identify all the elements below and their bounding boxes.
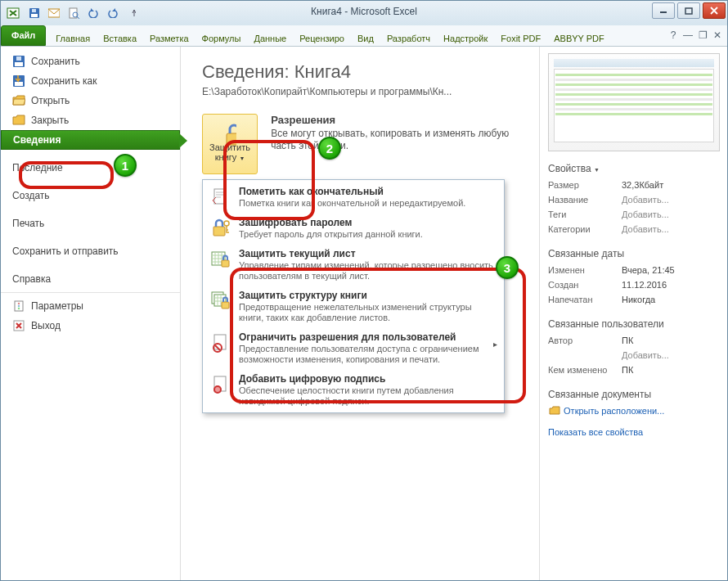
svg-rect-25 (222, 260, 229, 267)
nav-new[interactable]: Создать (1, 186, 180, 205)
lock-key-icon (223, 128, 236, 141)
svg-rect-21 (214, 189, 226, 204)
titlebar: Книга4 - Microsoft Excel (1, 1, 727, 25)
show-all-link[interactable]: Показать все свойства (548, 425, 722, 439)
prop-add-author[interactable]: Добавить... (548, 348, 722, 363)
menu-encrypt[interactable]: Зашифровать паролемТребует пароль для от… (204, 213, 502, 244)
permissions-desc: Все могут открывать, копировать и изменя… (271, 128, 534, 152)
mdi-restore-icon[interactable]: ❐ (696, 29, 709, 42)
nav-print[interactable]: Печать (1, 214, 180, 233)
nav-help[interactable]: Справка (1, 269, 180, 289)
close-button[interactable] (703, 2, 726, 19)
docs-header: Связанные документы (548, 389, 722, 400)
prop-size: Размер32,3Кбайт (548, 178, 722, 192)
nav-exit[interactable]: Выход (1, 316, 180, 336)
mdi-minimize-icon[interactable]: — (681, 29, 694, 42)
ribbon-tabs: Файл Главная Вставка Разметка Формулы Да… (1, 25, 727, 47)
options-icon (12, 300, 25, 313)
menu-restrict[interactable]: Ограничить разрешения для пользователейП… (204, 327, 502, 369)
window-controls (652, 2, 726, 19)
svg-rect-28 (222, 302, 229, 309)
svg-point-23 (224, 221, 229, 226)
svg-point-16 (18, 305, 20, 307)
mi-title: Защитить структуру книги (239, 290, 367, 301)
tab-insert[interactable]: Вставка (97, 29, 143, 46)
nav-recent[interactable]: Последние (1, 158, 180, 178)
svg-rect-8 (685, 8, 692, 14)
nav-close[interactable]: Закрыть (1, 110, 180, 130)
qat-save-button[interactable] (25, 4, 43, 22)
permissions-section: Защитить книгу ▼ Разрешения Все могут от… (202, 114, 534, 174)
nav-info[interactable]: Сведения (1, 130, 180, 150)
svg-rect-11 (16, 56, 21, 61)
folder-icon (548, 404, 561, 417)
help-icon[interactable]: ? (667, 29, 680, 42)
nav-label: Последние (12, 162, 63, 173)
encrypt-icon (209, 217, 232, 240)
menu-mark-final[interactable]: Пометить как окончательныйПометка книги … (204, 182, 502, 213)
info-path: E:\Заработок\Копирайт\Компьютеры и прогр… (202, 86, 534, 97)
protect-menu: Пометить как окончательныйПометка книги … (202, 179, 505, 413)
tab-data[interactable]: Данные (247, 29, 293, 46)
tab-abbyy[interactable]: ABBYY PDF (547, 29, 611, 46)
nav-label: Сведения (13, 134, 61, 146)
tab-addin[interactable]: Надстройк (437, 29, 494, 46)
nav-label: Выход (31, 320, 61, 331)
prop-tags[interactable]: ТегиДобавить... (548, 207, 722, 222)
svg-rect-22 (213, 227, 225, 236)
prop-printed: НапечатанНикогда (548, 292, 722, 307)
prop-name[interactable]: НазваниеДобавить... (548, 192, 722, 207)
tab-layout[interactable]: Разметка (143, 29, 195, 46)
tab-review[interactable]: Рецензиро (293, 29, 351, 46)
mi-title: Зашифровать паролем (239, 217, 352, 228)
tab-home[interactable]: Главная (49, 29, 97, 46)
nav-label: Сохранить (31, 56, 80, 67)
open-location-link[interactable]: Открыть расположени... (548, 403, 722, 418)
tab-file[interactable]: Файл (1, 25, 46, 46)
nav-share[interactable]: Сохранить и отправить (1, 241, 180, 261)
svg-rect-3 (32, 9, 36, 12)
svg-rect-10 (15, 62, 23, 66)
tab-foxit[interactable]: Foxit PDF (494, 29, 547, 46)
nav-label: Сохранить как (31, 75, 97, 87)
menu-signature[interactable]: Добавить цифровую подписьОбеспечение цел… (204, 369, 502, 411)
nav-save[interactable]: Сохранить (1, 52, 180, 71)
close-folder-icon (12, 114, 25, 127)
menu-protect-sheet[interactable]: Защитить текущий листУправление типами и… (204, 244, 502, 286)
svg-rect-2 (31, 14, 38, 17)
qat-customize-button[interactable] (124, 4, 142, 22)
backstage: Сохранить Сохранить как Открыть Закрыть … (1, 47, 727, 580)
nav-label: Открыть (31, 95, 70, 106)
tab-view[interactable]: Вид (351, 29, 380, 46)
tab-developer[interactable]: Разработч (380, 29, 437, 46)
mdi-close-icon[interactable]: ✕ (711, 29, 724, 42)
nav-label: Закрыть (31, 115, 69, 126)
nav-saveas[interactable]: Сохранить как (1, 71, 180, 91)
mi-title: Ограничить разрешения для пользователей (239, 331, 456, 343)
prop-created: Создан11.12.2016 (548, 277, 722, 292)
protect-workbook-button[interactable]: Защитить книгу ▼ (202, 114, 258, 174)
users-header: Связанные пользователи (548, 318, 722, 330)
qat-redo-button[interactable] (104, 4, 122, 22)
menu-protect-structure[interactable]: Защитить структуру книгиПредотвращение н… (204, 286, 502, 327)
signature-icon (209, 373, 232, 396)
maximize-button[interactable] (677, 2, 700, 19)
prop-cats[interactable]: КатегорииДобавить... (548, 222, 722, 236)
annotation-marker-1: 1 (114, 154, 137, 177)
properties-panel: Свойства ▼ Размер32,3Кбайт НазваниеДобав… (539, 47, 727, 580)
tab-formulas[interactable]: Формулы (195, 29, 248, 46)
nav-open[interactable]: Открыть (1, 91, 180, 110)
permissions-text: Разрешения Все могут открывать, копирова… (271, 114, 534, 152)
properties-list: Свойства ▼ Размер32,3Кбайт НазваниеДобав… (548, 163, 722, 439)
qat-email-button[interactable] (45, 4, 63, 22)
mdi-controls: ? — ❐ ✕ (667, 29, 724, 42)
qat-preview-button[interactable] (65, 4, 83, 22)
qat-undo-button[interactable] (84, 4, 102, 22)
excel-logo-icon (6, 6, 20, 20)
props-header[interactable]: Свойства ▼ (548, 163, 722, 174)
nav-options[interactable]: Параметры (1, 296, 180, 316)
minimize-button[interactable] (652, 2, 675, 19)
restrict-icon (209, 331, 232, 354)
svg-point-15 (18, 303, 20, 304)
open-icon (12, 94, 25, 107)
